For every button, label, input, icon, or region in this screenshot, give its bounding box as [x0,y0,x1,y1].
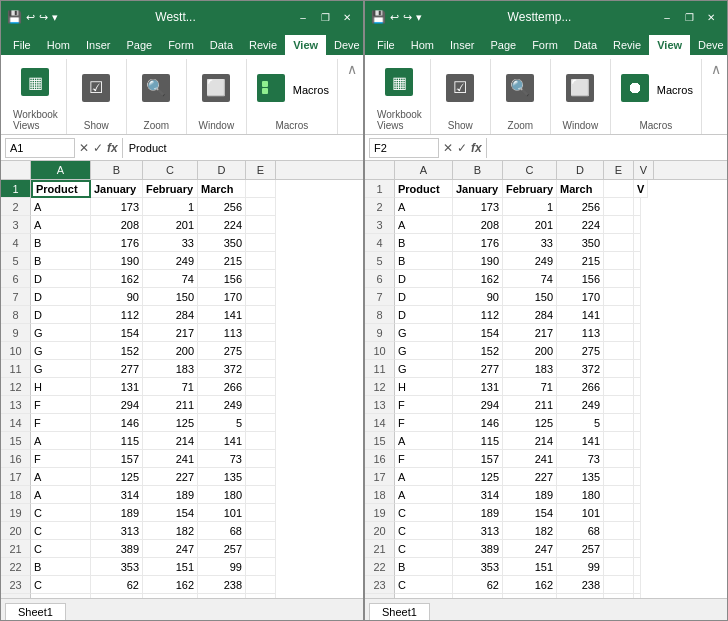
list-item[interactable]: Product [31,180,91,198]
list-item[interactable]: 208 [453,216,503,234]
list-item[interactable]: 201 [503,216,557,234]
restore-btn-2[interactable]: ❐ [679,7,699,27]
list-item[interactable] [604,198,634,216]
list-item[interactable] [634,234,641,252]
list-item[interactable]: F [395,396,453,414]
list-item[interactable]: G [31,360,91,378]
list-item[interactable]: 112 [453,306,503,324]
list-item[interactable] [604,234,634,252]
list-item[interactable]: F [31,396,91,414]
list-item[interactable]: 256 [198,198,246,216]
list-item[interactable]: 247 [503,540,557,558]
list-item[interactable]: 113 [557,324,604,342]
list-item[interactable] [604,576,634,594]
list-item[interactable]: 314 [91,486,143,504]
list-item[interactable] [634,522,641,540]
list-item[interactable]: 154 [453,324,503,342]
list-item[interactable] [634,504,641,522]
list-item[interactable]: 180 [198,486,246,504]
list-item[interactable]: 200 [503,342,557,360]
show-btn-1[interactable]: ☑ [80,72,112,106]
list-item[interactable]: 353 [91,558,143,576]
list-item[interactable]: 190 [91,252,143,270]
list-item[interactable]: 115 [453,432,503,450]
list-item[interactable]: 238 [198,576,246,594]
name-box-1[interactable]: A1 [5,138,75,158]
list-item[interactable] [604,324,634,342]
list-item[interactable]: C [31,540,91,558]
list-item[interactable] [246,522,276,540]
list-item[interactable]: March [557,180,604,198]
list-item[interactable] [246,360,276,378]
list-item[interactable]: 211 [503,396,557,414]
list-item[interactable]: 314 [453,486,503,504]
list-item[interactable]: 71 [503,378,557,396]
list-item[interactable]: 74 [143,270,198,288]
window-btn-2[interactable]: ⬜ [564,72,596,106]
list-item[interactable]: 201 [143,216,198,234]
list-item[interactable]: C [31,504,91,522]
sheet-tab-1[interactable]: Sheet1 [5,603,66,620]
list-item[interactable]: 135 [198,468,246,486]
tab-home-2[interactable]: Hom [403,35,442,55]
tab-dev-2[interactable]: Deve [690,35,728,55]
list-item[interactable] [604,432,634,450]
list-item[interactable]: 162 [503,576,557,594]
list-item[interactable]: 68 [557,522,604,540]
list-item[interactable]: 190 [453,252,503,270]
col-header-a-2[interactable]: A [395,161,453,179]
list-item[interactable]: 146 [453,414,503,432]
insert-fn-icon-1[interactable]: fx [107,141,118,155]
list-item[interactable]: 146 [91,414,143,432]
list-item[interactable]: 241 [503,450,557,468]
list-item[interactable]: A [395,216,453,234]
list-item[interactable]: F [395,414,453,432]
col-header-d-2[interactable]: D [557,161,604,179]
list-item[interactable] [634,270,641,288]
list-item[interactable]: F [395,450,453,468]
list-item[interactable]: 141 [198,306,246,324]
tab-insert-1[interactable]: Inser [78,35,118,55]
list-item[interactable] [246,576,276,594]
list-item[interactable] [246,270,276,288]
list-item[interactable]: A [31,486,91,504]
col-header-a-1[interactable]: A [31,161,91,179]
tab-review-2[interactable]: Revie [605,35,649,55]
list-item[interactable]: A [31,216,91,234]
list-item[interactable]: 227 [503,468,557,486]
list-item[interactable] [246,216,276,234]
list-item[interactable]: D [395,306,453,324]
list-item[interactable]: 189 [91,504,143,522]
zoom-btn-2[interactable]: 🔍 [504,72,536,106]
confirm-formula-icon-1[interactable]: ✓ [93,141,103,155]
list-item[interactable]: 154 [91,324,143,342]
list-item[interactable]: 372 [198,360,246,378]
list-item[interactable] [604,342,634,360]
list-item[interactable]: 125 [91,468,143,486]
list-item[interactable]: G [395,324,453,342]
list-item[interactable]: A [31,432,91,450]
list-item[interactable]: 215 [557,252,604,270]
list-item[interactable] [634,432,641,450]
list-item[interactable]: 73 [557,450,604,468]
list-item[interactable]: 266 [557,378,604,396]
list-item[interactable]: A [395,432,453,450]
list-item[interactable]: 101 [198,504,246,522]
list-item[interactable]: 170 [198,288,246,306]
list-item[interactable]: 156 [198,270,246,288]
list-item[interactable]: 249 [503,252,557,270]
close-btn-1[interactable]: ✕ [337,7,357,27]
col-header-d-1[interactable]: D [198,161,246,179]
tab-data-2[interactable]: Data [566,35,605,55]
window-btn-1[interactable]: ⬜ [200,72,232,106]
list-item[interactable]: 90 [453,288,503,306]
list-item[interactable]: 189 [503,486,557,504]
list-item[interactable]: 135 [557,468,604,486]
list-item[interactable]: 74 [503,270,557,288]
list-item[interactable]: 249 [198,396,246,414]
list-item[interactable]: 131 [91,378,143,396]
save-icon-2[interactable]: 💾 [371,10,386,24]
redo-icon-2[interactable]: ↪ [403,11,412,24]
list-item[interactable] [246,396,276,414]
col-header-e-1[interactable]: E [246,161,276,179]
